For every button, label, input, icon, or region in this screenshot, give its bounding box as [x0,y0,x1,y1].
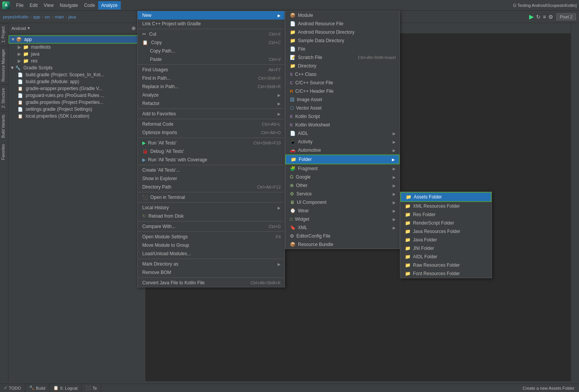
menu-copy[interactable]: 📋 Copy Ctrl+C [138,38,285,47]
toolbar-run-btn[interactable]: ▶ [529,13,534,20]
sync-icon[interactable]: ⊕ [132,25,136,31]
sidebar-tab-favorites[interactable]: Favorites [0,141,8,163]
submenu-automotive[interactable]: 🚗 Automotive ▶ [285,146,400,154]
menu-code[interactable]: Code [81,1,98,10]
menu-open-terminal[interactable]: ⬛ Open in Terminal [138,193,285,202]
folder-submenu-aidl[interactable]: 📁 AIDL Folder [400,253,492,261]
submenu-cpp-source[interactable]: C C/C++ Source File [285,79,400,87]
menu-convert-kotlin[interactable]: Convert Java File to Kotlin File Ctrl+Al… [138,279,285,287]
menu-analyze[interactable]: Analyze [98,1,121,10]
menu-optimize[interactable]: Optimize Imports Ctrl+Alt+O [138,128,285,137]
tree-item-proguard[interactable]: 📄 proguard-rules.pro (ProGuard Rules ... [8,92,145,99]
bottom-tab-build[interactable]: 🔨 Build [25,384,49,392]
toolbar-settings-btn[interactable]: ⚙ [548,14,553,20]
menu-copy-path[interactable]: Copy Path... [138,47,285,55]
menu-edit[interactable]: Edit [26,1,41,10]
submenu-module[interactable]: 📦 Module [285,11,400,20]
menu-add-favorites[interactable]: Add to Favorites ▶ [138,110,285,118]
menu-module-settings[interactable]: Open Module Settings F4 [138,233,285,241]
menu-paste[interactable]: Paste Ctrl+V [138,55,285,64]
submenu-widget[interactable]: □ Widget ▶ [285,215,400,223]
device-selector[interactable]: Pixel 2 [556,13,576,20]
sidebar-tab-project[interactable]: 1: Project [0,23,8,46]
bottom-tab-logcat[interactable]: 📋 6: Logcat [49,384,82,392]
tree-item-java[interactable]: ▶ 📁 java [8,51,145,57]
submenu-editorconfig[interactable]: ⚙ EditorConfig File [285,232,400,240]
submenu-android-res-dir[interactable]: 📁 Android Resource Directory [285,28,400,36]
menu-navigate[interactable]: Navigate [57,1,81,10]
breadcrumb-item-4[interactable]: java [68,15,76,19]
menu-view[interactable]: View [41,1,57,10]
tree-item-settings-gradle[interactable]: 📄 settings.gradle (Project Settings) [8,106,145,113]
tree-item-build-gradle-proj[interactable]: 📄 build.gradle (Project: Scopes_In_Kot..… [8,71,145,78]
submenu-cpp-header[interactable]: H C/C++ Header File [285,87,400,95]
menu-compare[interactable]: Compare With... Ctrl+D [138,222,285,231]
sidebar-tab-structure[interactable]: 2: Structure [0,85,8,111]
menu-find-usages[interactable]: Find Usages Alt+F7 [138,66,285,74]
submenu-wear[interactable]: ⌚ Wear ▶ [285,207,400,215]
submenu-kotlin-script[interactable]: K Kotlin Script [285,112,400,121]
folder-submenu-java-res[interactable]: 📁 Java Resources Folder [400,227,492,236]
submenu-folder[interactable]: 📁 Folder ▶ [285,154,400,164]
submenu-cpp-class[interactable]: S C++ Class [285,70,400,79]
bottom-tab-todo[interactable]: ✓ TODO [0,384,25,392]
menu-link-cpp[interactable]: Link C++ Project with Gradle [138,20,285,28]
folder-submenu-font[interactable]: 📁 Font Resources Folder [400,269,492,278]
submenu-sample-data[interactable]: 📁 Sample Data Directory [285,36,400,45]
menu-load-modules[interactable]: Load/Unload Modules... [138,249,285,258]
menu-remove-bom[interactable]: Remove BOM [138,268,285,277]
folder-submenu-xml-res[interactable]: 📁 XML Resources Folder [400,202,492,210]
bottom-tab-terminal[interactable]: ⬛ Te [82,384,101,392]
menu-analyze[interactable]: Analyze ▶ [138,91,285,99]
dropdown-arrow[interactable]: ▾ [28,26,30,31]
submenu-kotlin-worksheet[interactable]: K Kotlin Worksheet [285,121,400,129]
folder-submenu-assets[interactable]: 📁 Assets Folder [400,192,492,202]
menu-new-item[interactable]: New ▶ [138,11,285,20]
folder-submenu-res[interactable]: 📁 Res Folder [400,210,492,219]
submenu-resource-bundle[interactable]: 📦 Resource Bundle [285,240,400,249]
submenu-xml[interactable]: 🔖 XML ▶ [285,223,400,232]
submenu-file[interactable]: 📄 File [285,45,400,53]
menu-find-in-path[interactable]: Find in Path... Ctrl+Shift+F [138,74,285,82]
tree-item-build-gradle-app[interactable]: 📄 build.gradle (Module: app) [8,78,145,85]
folder-submenu-java[interactable]: 📁 Java Folder [400,236,492,244]
menu-refactor[interactable]: Refactor ▶ [138,99,285,108]
tree-item-gradle-props[interactable]: 📋 gradle.properties (Project Properties.… [8,99,145,106]
submenu-google[interactable]: G Google ▶ [285,173,400,181]
folder-submenu-raw[interactable]: 📁 Raw Resources Folder [400,261,492,269]
menu-replace-in-path[interactable]: Replace in Path... Ctrl+Shift+R [138,82,285,91]
folder-submenu-renderscript[interactable]: 📁 RenderScript Folder [400,219,492,227]
menu-create-tests[interactable]: Create 'All Tests'... [138,166,285,174]
menu-move-module[interactable]: Move Module to Group [138,241,285,249]
submenu-vector-asset[interactable]: ⬡ Vector Asset [285,104,400,112]
submenu-directory[interactable]: 📁 Directory [285,62,400,70]
breadcrumb-item-1[interactable]: app [33,15,40,19]
submenu-image-asset[interactable]: 🖼 Image Asset [285,95,400,104]
submenu-aidl[interactable]: 📄 AIDL ▶ [285,129,400,138]
tree-item-manifests[interactable]: ▶ 📁 manifests [8,44,145,51]
menu-run-coverage[interactable]: ▶ Run 'All Tests' with Coverage [138,156,285,164]
menu-show-explorer[interactable]: Show in Explorer [138,174,285,183]
tree-item-gradle-scripts[interactable]: ▼ 🔧 Gradle Scripts [8,64,145,71]
tree-item-res[interactable]: ▶ 📁 res [8,57,145,64]
submenu-fragment[interactable]: 🧩 Fragment ▶ [285,164,400,173]
sidebar-tab-build-variants[interactable]: Build Variants [0,111,8,141]
submenu-other[interactable]: ⊕ Other ▶ [285,181,400,190]
submenu-android-res-file[interactable]: 📄 Android Resource File [285,20,400,28]
tree-item-local-props[interactable]: 📋 local.properties (SDK Location) [8,113,145,120]
menu-debug-tests[interactable]: 🐞 Debug 'All Tests' [138,147,285,156]
menu-reload[interactable]: ↻ Reload from Disk [138,212,285,220]
tree-item-gradle-wrapper[interactable]: 📋 gradle-wrapper.properties (Gradle V... [8,85,145,92]
menu-mark-dir[interactable]: Mark Directory as ▶ [138,260,285,268]
menu-local-history[interactable]: Local History ▶ [138,203,285,212]
toolbar-list-btn[interactable]: ≡ [543,14,546,20]
menu-reformat[interactable]: Reformat Code Ctrl+Alt+L [138,120,285,128]
toolbar-sync-btn[interactable]: ↻ [536,14,541,20]
submenu-activity[interactable]: 📱 Activity ▶ [285,138,400,146]
folder-submenu-jni[interactable]: 📁 JNI Folder [400,244,492,253]
menu-cut[interactable]: ✂ Cut Ctrl+X [138,30,285,38]
breadcrumb-item-3[interactable]: main [55,15,64,19]
menu-file[interactable]: File [13,1,26,10]
sidebar-tab-resource[interactable]: Resource Manager [0,46,8,85]
submenu-ui-component[interactable]: 🖥 UI Component ▶ [285,198,400,207]
